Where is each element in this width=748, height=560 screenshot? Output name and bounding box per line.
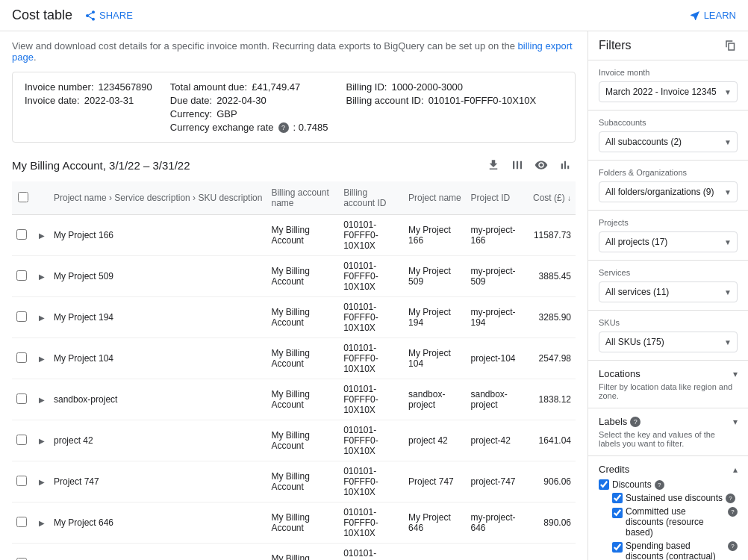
table-row: ▶ My Project 509 My Billing Account 0101… (12, 256, 576, 297)
visibility-button[interactable] (531, 155, 552, 175)
table-actions (483, 155, 576, 175)
row-checkbox[interactable] (16, 270, 27, 281)
committed-use-help-icon[interactable]: ? (728, 507, 738, 517)
projects-filter: Projects All projects (17) ▼ (588, 211, 748, 261)
download-icon (487, 158, 500, 172)
expand-arrow-icon[interactable]: ▶ (39, 519, 45, 527)
due-date-value: 2022-04-30 (216, 95, 267, 106)
select-all-checkbox[interactable] (18, 192, 28, 202)
row-billing-account-id: 010101-F0FFF0-10X10X (339, 379, 404, 420)
row-expand-cell: ▶ (34, 503, 49, 544)
col-billing-account-name: Billing account name (267, 181, 339, 215)
folders-select[interactable]: All folders/organizations (9) (599, 181, 738, 202)
row-checkbox[interactable] (16, 435, 27, 445)
col-billing-account-id: Billing account ID (339, 181, 404, 215)
row-project-desc: My Project 509 (49, 256, 267, 297)
collapse-panel-icon (724, 39, 738, 52)
row-expand-cell: ▶ (34, 215, 49, 256)
expand-arrow-icon[interactable]: ▶ (39, 355, 45, 363)
row-checkbox[interactable] (16, 311, 27, 322)
table-section-header: My Billing Account, 3/1/22 – 3/31/22 (12, 155, 576, 175)
expand-arrow-icon[interactable]: ▶ (39, 396, 45, 404)
chart-button[interactable] (555, 155, 576, 175)
sustained-use-checkbox[interactable] (612, 493, 623, 503)
row-project-id: my-project-166 (466, 215, 528, 256)
subaccounts-select[interactable]: All subaccounts (2) (599, 131, 738, 152)
labels-help-icon[interactable]: ? (630, 417, 641, 427)
invoice-col-3: Billing ID: 1000-2000-3000 Billing accou… (346, 81, 537, 133)
table-row: ▶ Project 747 My Billing Account 010101-… (12, 461, 576, 503)
share-icon (84, 10, 96, 22)
row-billing-account-id: 010101-F0FFF0-10X10X (339, 297, 404, 338)
row-checkbox[interactable] (16, 517, 27, 527)
committed-use-checkbox[interactable] (612, 508, 623, 518)
row-project-desc: dev project (49, 544, 267, 561)
row-project-id: my-project-194 (466, 297, 528, 338)
rate-help-icon[interactable]: ? (278, 122, 289, 133)
row-cost: 1641.04 (529, 420, 576, 461)
invoice-month-select[interactable]: March 2022 - Invoice 1234567890 (599, 81, 738, 102)
invoice-col-2: Total amount due: £41,749.47 Due date: 2… (170, 81, 328, 133)
currency-label: Currency: (170, 108, 212, 119)
row-checkbox[interactable] (16, 393, 27, 404)
expand-arrow-icon[interactable]: ▶ (39, 437, 45, 445)
learn-button[interactable]: LEARN (689, 10, 736, 22)
expand-arrow-icon[interactable]: ▶ (39, 314, 45, 322)
sustained-use-help-icon[interactable]: ? (726, 494, 735, 503)
skus-select[interactable]: All SKUs (175) (599, 332, 738, 352)
row-project-id: dev-project (466, 544, 528, 561)
sustained-use-label: Sustained use discounts (626, 493, 723, 503)
expand-arrow-icon[interactable]: ▶ (39, 478, 45, 486)
row-checkbox[interactable] (16, 558, 27, 561)
row-checkbox[interactable] (16, 229, 27, 240)
subaccounts-label: Subaccounts (599, 118, 738, 127)
row-checkbox-cell (12, 503, 34, 544)
description-text: View and download cost details for a spe… (12, 40, 576, 63)
row-billing-account-name: My Billing Account (267, 461, 339, 503)
row-project-desc: My Project 104 (49, 338, 267, 379)
due-date-label: Due date: (170, 95, 212, 106)
row-billing-account-id: 010101-F0FFF0-10X10X (339, 256, 404, 297)
labels-desc: Select the key and values of the labels … (599, 430, 738, 448)
row-cost: 3285.90 (529, 297, 576, 338)
columns-button[interactable] (507, 155, 528, 175)
spending-based-help-icon[interactable]: ? (728, 541, 738, 551)
labels-collapse-button[interactable]: ▾ (733, 417, 738, 427)
discounts-help-icon[interactable]: ? (655, 480, 664, 490)
row-checkbox[interactable] (16, 352, 27, 363)
discounts-checkbox[interactable] (599, 479, 609, 490)
row-cost: 3885.45 (529, 256, 576, 297)
billing-account-id-value: 010101-F0FFF0-10X10X (428, 95, 537, 106)
row-billing-account-name: My Billing Account (267, 297, 339, 338)
row-checkbox-cell (12, 338, 34, 379)
expand-arrow-icon[interactable]: ▶ (39, 273, 45, 281)
row-billing-account-id: 010101-F0FFF0-10X10X (339, 420, 404, 461)
row-checkbox[interactable] (16, 476, 27, 486)
billing-account-id-label: Billing account ID: (346, 95, 424, 106)
spending-based-checkbox[interactable] (612, 542, 623, 553)
projects-select[interactable]: All projects (17) (599, 231, 738, 252)
row-expand-cell: ▶ (34, 379, 49, 420)
select-all-header (12, 181, 34, 215)
table-row: ▶ My Project 194 My Billing Account 0101… (12, 297, 576, 338)
filters-collapse-button[interactable] (724, 39, 738, 52)
content-area: View and download cost details for a spe… (0, 31, 588, 560)
services-filter: Services All services (11) ▼ (588, 261, 748, 311)
folders-label: Folders & Organizations (599, 168, 738, 177)
row-expand-cell: ▶ (34, 297, 49, 338)
table-row: ▶ project 42 My Billing Account 010101-F… (12, 420, 576, 461)
share-button[interactable]: SHARE (84, 10, 133, 22)
services-select[interactable]: All services (11) (599, 281, 738, 302)
locations-desc: Filter by location data like region and … (599, 382, 738, 400)
row-project-desc: sandbox-project (49, 379, 267, 420)
download-button[interactable] (483, 155, 504, 175)
credits-collapse-button[interactable]: ▴ (733, 464, 738, 475)
total-amount-value: £41,749.47 (252, 81, 300, 93)
spending-based-label: Spending based discounts (contractual) (626, 541, 725, 560)
table-row: ▶ My Project 104 My Billing Account 0101… (12, 338, 576, 379)
committed-use-label: Committed use discounts (resource based) (626, 506, 725, 538)
expand-arrow-icon[interactable]: ▶ (39, 231, 45, 240)
row-project-desc: My Project 646 (49, 503, 267, 544)
row-billing-account-id: 010101-F0FFF0-10X10X (339, 338, 404, 379)
locations-collapse-button[interactable]: ▾ (733, 369, 738, 379)
